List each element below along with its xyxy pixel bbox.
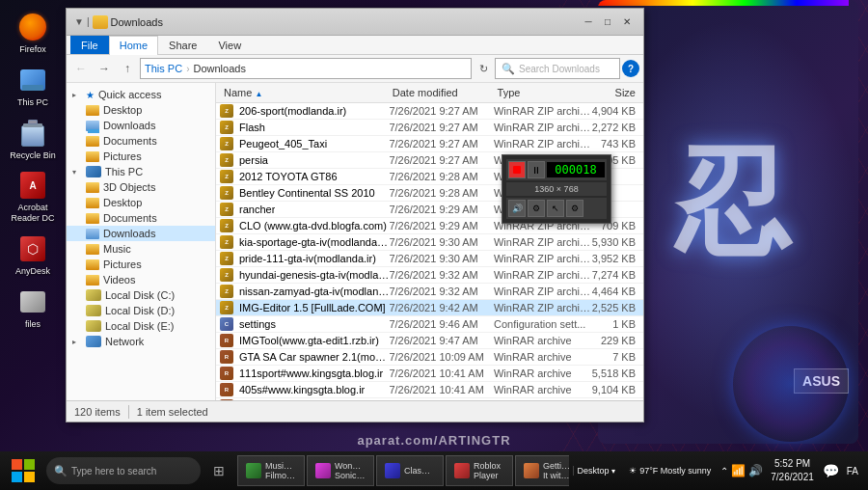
desktop-button[interactable]: Desktop ▾ <box>573 466 620 476</box>
taskbar-item-label-4: Getting OverIt with Ben... <box>543 461 569 480</box>
clock-area[interactable]: 5:52 PM 7/26/2021 <box>767 457 818 484</box>
taskbar-search[interactable]: 🔍 Type here to search <box>46 457 201 484</box>
tab-share[interactable]: Share <box>158 36 207 54</box>
nav-local-c[interactable]: Local Disk (C:) <box>67 287 215 303</box>
rec-settings-button[interactable]: ⚙ <box>528 200 545 217</box>
acrobat-desktop-icon[interactable]: A AcrobatReader DC <box>2 166 64 228</box>
address-bar[interactable]: This PC › Downloads <box>140 58 472 79</box>
nav-videos[interactable]: Videos <box>67 272 215 287</box>
taskbar-item-label-3: RobloxPlayer <box>474 461 501 480</box>
file-row[interactable]: Z Peugeot_405_Taxi 7/26/2021 9:27 AM Win… <box>216 136 643 152</box>
taskbar-item-4[interactable]: Getting OverIt with Ben... <box>515 455 569 486</box>
asus-area: 忍 <box>612 58 854 347</box>
rec-stop-button[interactable] <box>508 161 526 178</box>
file-name-cell: R IMGTool(www.gta-edit1.rzb.ir) <box>220 334 389 347</box>
file-name-cell: Z kia-sportage-gta-iv(modlanda.ir) <box>220 235 389 249</box>
taskbar-item-1[interactable]: WondershareSonic Mania <box>307 455 374 486</box>
back-button[interactable]: ← <box>70 58 92 79</box>
taskbar-item-0[interactable]: Music streamFilmora X <box>237 455 305 486</box>
nav-label: 3D Objects <box>103 181 155 193</box>
main-content: ▸ ★ Quick access Desktop Downloads Docum… <box>67 83 643 400</box>
minimize-button[interactable]: ─ <box>580 14 597 31</box>
taskbar-item-3[interactable]: RobloxPlayer <box>446 455 513 486</box>
nav-3dobjects[interactable]: 3D Objects <box>67 179 215 195</box>
file-row[interactable]: C settings 7/26/2021 9:46 AM Configurati… <box>216 316 643 333</box>
file-type-icon: Z <box>220 104 235 118</box>
file-row[interactable]: R IMGTool(www.gta-edit1.rzb.ir) 7/26/202… <box>216 333 643 349</box>
desktop-arrow-icon: ▾ <box>611 467 615 476</box>
search-bar[interactable]: 🔍 Search Downloads <box>495 58 620 79</box>
col-size-header[interactable]: Size <box>590 85 639 100</box>
rec-speaker-button[interactable]: 🔊 <box>508 200 526 217</box>
nav-desktop-2[interactable]: Desktop <box>67 195 215 210</box>
col-type-header[interactable]: Type <box>494 85 590 100</box>
zip-icon: Z <box>220 219 233 232</box>
nav-pictures-2[interactable]: Pictures <box>67 257 215 272</box>
forward-button[interactable]: → <box>94 58 115 79</box>
speaker-tray-icon[interactable]: 🔊 <box>748 464 763 477</box>
nav-downloads-active[interactable]: Downloads <box>67 226 215 241</box>
tab-home[interactable]: Home <box>109 36 158 55</box>
nav-quick-access[interactable]: ▸ ★ Quick access <box>67 87 215 102</box>
notification-button[interactable]: 💬 <box>822 453 841 488</box>
expand-icon: ▸ <box>72 91 82 99</box>
refresh-button[interactable]: ↻ <box>474 59 493 78</box>
taskbar-item-2[interactable]: ClashRoyale <box>376 455 444 486</box>
file-row[interactable]: R GTA SA Car spawner 2.1(modlanda.ir) 7/… <box>216 349 643 366</box>
file-row[interactable]: Z nissan-zamyad-gta-iv(modlanda.ir) 7/26… <box>216 284 643 300</box>
weather-area[interactable]: ☀ 97°F Mostly sunny <box>623 466 717 476</box>
file-row[interactable]: R 111sport#www.kingsgta.blog.ir 7/26/202… <box>216 366 643 382</box>
file-name-cell: Z hyundai-genesis-gta-iv(modlanda.ir) <box>220 268 389 282</box>
start-button[interactable] <box>4 453 42 488</box>
nav-documents-2[interactable]: Documents <box>67 210 215 226</box>
nav-downloads-1[interactable]: Downloads <box>67 118 215 133</box>
nav-documents-1[interactable]: Documents <box>67 133 215 149</box>
rec-more-button[interactable]: ⚙ <box>566 200 583 217</box>
file-row[interactable]: Z kia-sportage-gta-iv(modlanda.ir) 7/26/… <box>216 234 643 251</box>
file-row[interactable]: Z 206-sport(modlanda.ir) 7/26/2021 9:27 … <box>216 103 643 120</box>
up-button[interactable]: ↑ <box>117 58 138 79</box>
files-desktop-icon[interactable]: files <box>2 283 64 334</box>
file-row[interactable]: Z Flash 7/26/2021 9:27 AM WinRAR ZIP arc… <box>216 120 643 136</box>
anydesk-desktop-icon[interactable]: ⬡ AnyDesk <box>2 230 64 281</box>
zip-icon: Z <box>220 153 233 167</box>
thispc-desktop-icon[interactable]: This PC <box>2 61 64 112</box>
search-icon: 🔍 <box>502 63 515 75</box>
nav-local-d[interactable]: Local Disk (D:) <box>67 303 215 318</box>
nav-music[interactable]: Music <box>67 241 215 257</box>
file-row[interactable]: R 405s#www.kingsgta.blog.ir 7/26/2021 10… <box>216 382 643 398</box>
file-type-icon: Z <box>220 235 235 249</box>
file-row[interactable]: Z pride-111-gta-iv(modlanda.ir) 7/26/202… <box>216 251 643 267</box>
task-view-button[interactable]: ⊞ <box>204 456 233 485</box>
rec-pause-button[interactable]: ⏸ <box>528 161 545 178</box>
file-row[interactable]: Z IMG-Editor 1.5 [FullLade.COM] 7/26/202… <box>216 300 643 316</box>
recycle-bin-desktop-icon[interactable]: Recycle Bin <box>2 114 64 165</box>
nav-pictures-1[interactable]: Pictures <box>67 149 215 164</box>
file-date: 7/26/2021 9:46 AM <box>389 318 494 330</box>
title-folder-icon <box>93 15 108 29</box>
col-date-header[interactable]: Date modified <box>389 85 494 100</box>
file-row[interactable]: Z hyundai-genesis-gta-iv(modlanda.ir) 7/… <box>216 267 643 284</box>
nav-network[interactable]: ▸ Network <box>67 334 215 349</box>
col-name-header[interactable]: Name ▲ <box>220 85 389 100</box>
network-tray-icon[interactable]: 📶 <box>731 464 746 477</box>
rec-cursor-button[interactable]: ↖ <box>547 200 564 217</box>
maximize-button[interactable]: □ <box>599 14 616 31</box>
nav-desktop-1[interactable]: Desktop <box>67 102 215 118</box>
file-type-icon: Z <box>220 170 235 183</box>
file-type-icon: R <box>220 383 235 396</box>
tab-file[interactable]: File <box>70 36 109 54</box>
folder-icon <box>86 259 99 270</box>
rec-toolbar: ⏸ 000018 <box>506 159 607 180</box>
tray-expand-icon[interactable]: ⌃ <box>720 466 728 476</box>
nav-local-e[interactable]: Local Disk (E:) <box>67 318 215 334</box>
notification-icon: 💬 <box>823 463 839 478</box>
taskbar: 🔍 Type here to search ⊞ Music streamFilm… <box>0 451 868 490</box>
nav-label: Desktop <box>103 197 142 208</box>
nav-thispc[interactable]: ▾ This PC <box>67 164 215 179</box>
close-button[interactable]: ✕ <box>618 14 636 31</box>
tab-view[interactable]: View <box>207 36 252 54</box>
firefox-desktop-icon[interactable]: Firefox <box>2 8 64 59</box>
help-button[interactable]: ? <box>622 60 639 77</box>
file-type: WinRAR archive <box>494 384 590 395</box>
